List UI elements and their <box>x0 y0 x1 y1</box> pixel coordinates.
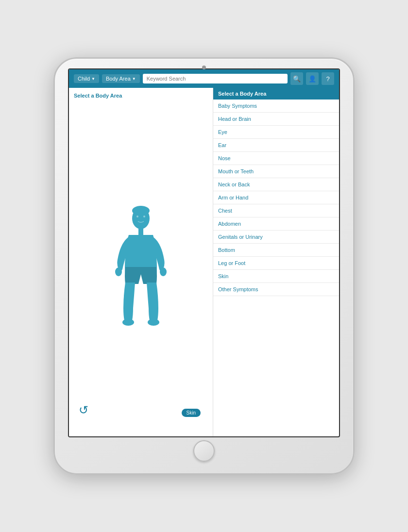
symptom-item[interactable]: Nose <box>213 152 339 165</box>
svg-point-6 <box>160 267 167 276</box>
skin-button[interactable]: Skin <box>182 409 201 417</box>
svg-point-3 <box>143 216 145 217</box>
symptom-item[interactable]: Leg or Foot <box>213 257 339 270</box>
app-body: Select a Body Area <box>69 88 339 436</box>
svg-point-8 <box>148 319 159 326</box>
person-button[interactable]: 👤 <box>306 72 319 85</box>
symptoms-panel-header: Select a Body Area <box>213 88 339 100</box>
figure-container: ↺ Skin <box>74 102 208 432</box>
symptom-item[interactable]: Eye <box>213 126 339 139</box>
symptom-item[interactable]: Mouth or Teeth <box>213 165 339 178</box>
symptom-item[interactable]: Arm or Hand <box>213 191 339 204</box>
person-icon: 👤 <box>308 75 316 83</box>
symptom-item[interactable]: Genitals or Urinary <box>213 231 339 244</box>
body-figure-panel: Select a Body Area <box>69 88 213 436</box>
help-icon: ? <box>326 75 329 83</box>
human-figure-svg[interactable] <box>112 204 170 330</box>
tablet-device: Child ▼ Body Area ▼ 🔍 👤 ? Select a Body … <box>53 57 355 475</box>
symptom-item[interactable]: Abdomen <box>213 217 339 231</box>
svg-point-5 <box>115 267 122 276</box>
keyword-search-input[interactable] <box>143 74 288 83</box>
svg-point-1 <box>132 206 150 216</box>
tablet-camera <box>202 66 206 69</box>
symptoms-list: Baby SymptomsHead or BrainEyeEarNoseMout… <box>213 100 339 436</box>
app-header: Child ▼ Body Area ▼ 🔍 👤 ? <box>69 69 339 88</box>
svg-rect-4 <box>138 228 143 235</box>
help-button[interactable]: ? <box>322 72 334 85</box>
child-dropdown-btn[interactable]: Child ▼ <box>74 74 99 83</box>
svg-point-2 <box>136 216 138 217</box>
body-panel-title: Select a Body Area <box>74 93 208 99</box>
search-icon: 🔍 <box>293 75 301 83</box>
body-area-arrow-icon: ▼ <box>132 77 136 81</box>
child-arrow-icon: ▼ <box>91 77 95 81</box>
symptom-item[interactable]: Baby Symptoms <box>213 100 339 113</box>
symptom-item[interactable]: Neck or Back <box>213 178 339 191</box>
symptom-item[interactable]: Head or Brain <box>213 113 339 126</box>
symptoms-panel: Select a Body Area Baby SymptomsHead or … <box>213 88 339 436</box>
rotate-button[interactable]: ↺ <box>79 403 88 417</box>
symptom-item[interactable]: Skin <box>213 270 339 283</box>
tablet-home-button[interactable] <box>193 440 215 462</box>
tablet-screen: Child ▼ Body Area ▼ 🔍 👤 ? Select a Body … <box>68 68 340 437</box>
symptom-item[interactable]: Chest <box>213 204 339 217</box>
body-area-dropdown-btn[interactable]: Body Area ▼ <box>102 74 140 83</box>
search-button[interactable]: 🔍 <box>290 72 303 85</box>
symptom-item[interactable]: Other Symptoms <box>213 283 339 296</box>
body-area-label: Body Area <box>106 76 131 82</box>
symptom-item[interactable]: Ear <box>213 139 339 152</box>
child-label: Child <box>78 76 90 82</box>
symptom-item[interactable]: Bottom <box>213 244 339 257</box>
svg-point-7 <box>122 319 134 326</box>
